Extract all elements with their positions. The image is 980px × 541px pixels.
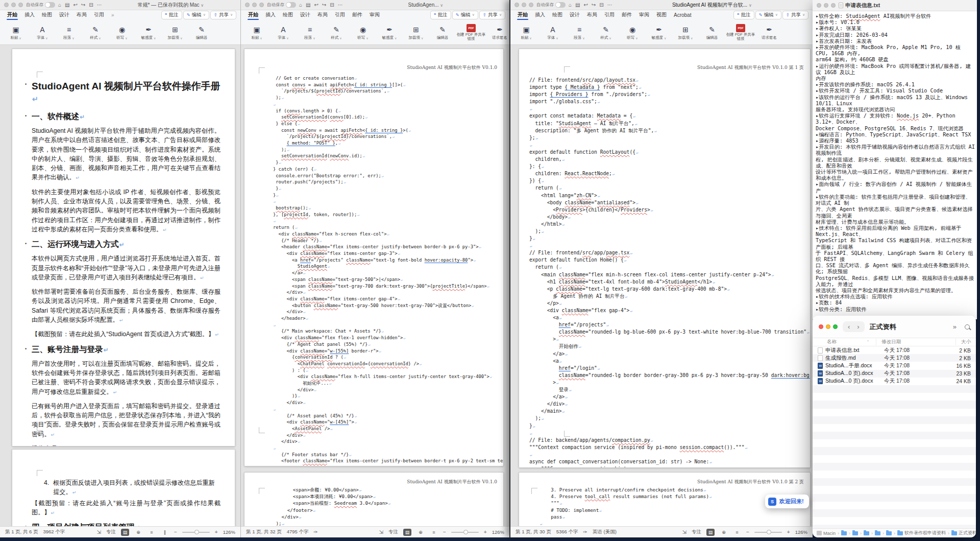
more-icon[interactable]: ⋯ bbox=[607, 2, 612, 8]
zoom-in-icon[interactable]: + bbox=[787, 529, 790, 535]
close-icon[interactable] bbox=[245, 3, 250, 7]
outline-view-button[interactable]: ≡ bbox=[148, 529, 156, 536]
undo-icon[interactable]: ↩ bbox=[584, 2, 588, 8]
tab-布局[interactable]: 布局 bbox=[74, 10, 90, 19]
zoom-icon[interactable] bbox=[18, 3, 23, 7]
more-icon[interactable]: ⋯ bbox=[338, 2, 343, 8]
zoom-icon[interactable] bbox=[831, 3, 836, 8]
print-icon[interactable]: ⊟ bbox=[89, 2, 93, 8]
sort-indicator-icon[interactable]: ˆ bbox=[867, 339, 869, 345]
quick-toolbar[interactable]: ⌂▤↩↪⊟⋯ bbox=[58, 2, 102, 8]
code-page-2[interactable]: StudioAgent AI 视频制片平台软件 V0.1.0 <span>余额:… bbox=[244, 473, 503, 526]
ribbon-group-样式[interactable]: ✎样式 ∨ bbox=[83, 20, 108, 44]
print-layout-view-button[interactable]: ▤ bbox=[121, 529, 129, 536]
column-date[interactable]: 修改日期 bbox=[876, 339, 901, 345]
document-canvas[interactable]: •StudioAgent AI 视频制片平台软件操作手册↵•一、软件概述↵Stu… bbox=[0, 45, 240, 526]
share-button[interactable]: ⇧共享 ∨ bbox=[479, 11, 505, 19]
tab-插入[interactable]: 插入 bbox=[532, 10, 548, 19]
zoom-icon[interactable] bbox=[259, 3, 264, 7]
path-item[interactable]: 软件著作权申请资料 bbox=[897, 530, 946, 536]
ribbon-group-创建 PDF 并共享链接[interactable]: PDF创建 PDF 并共享链接 bbox=[726, 20, 755, 44]
window-controls[interactable] bbox=[245, 3, 264, 7]
document-canvas[interactable]: StudioAgent AI 视频制片平台软件 V0.1.0 // Get or… bbox=[241, 45, 509, 526]
tab-设计[interactable]: 设计 bbox=[56, 10, 72, 19]
tabs-overflow-icon[interactable]: » bbox=[108, 11, 117, 19]
ribbon-group-敏感度[interactable]: ✒敏感度 ∨ bbox=[136, 20, 161, 44]
toggle-icon[interactable] bbox=[45, 2, 55, 8]
zoom-level[interactable]: 126% bbox=[795, 529, 807, 535]
window-controls[interactable] bbox=[4, 3, 23, 7]
minimize-icon[interactable] bbox=[11, 3, 16, 7]
path-bar[interactable]: Macin››››››软件著作权申请资料›正式资料 bbox=[813, 528, 976, 537]
ribbon-group-听写[interactable]: ◉听写 ∨ bbox=[109, 20, 135, 44]
edit-mode-button[interactable]: ✎编辑 ∨ bbox=[755, 11, 781, 19]
zoom-icon[interactable] bbox=[833, 324, 838, 329]
path-item[interactable]: Macin bbox=[817, 531, 836, 536]
ribbon-group-字体[interactable]: A字体 ∨ bbox=[30, 20, 55, 44]
redo-icon[interactable]: ↪ bbox=[81, 2, 85, 8]
comments-button[interactable]: ❝批注 bbox=[733, 11, 754, 19]
ribbon-group-字体[interactable]: A字体 ∨ bbox=[540, 20, 566, 44]
zoom-level[interactable]: 126% bbox=[492, 529, 504, 535]
more-icon[interactable]: ⋯ bbox=[97, 2, 102, 8]
minimize-icon[interactable] bbox=[522, 3, 526, 7]
close-icon[interactable] bbox=[4, 3, 9, 7]
tab-邮件[interactable]: 邮件 bbox=[349, 10, 365, 19]
zoom-out-icon[interactable]: − bbox=[174, 529, 177, 535]
window-controls[interactable] bbox=[817, 3, 836, 8]
focus-label[interactable]: 专注 bbox=[388, 529, 398, 535]
web-layout-view-button[interactable]: ⊕ bbox=[720, 529, 728, 536]
ribbon-group-敏感度[interactable]: ✒敏感度 ∨ bbox=[377, 20, 402, 44]
tab-设计[interactable]: 设计 bbox=[297, 10, 313, 19]
tab-开始[interactable]: 开始 bbox=[4, 10, 20, 19]
file-row[interactable]: 申请表信息.txt今天 17:082 KB bbox=[813, 346, 976, 354]
zoom-level[interactable]: 126% bbox=[223, 529, 235, 535]
ribbon-group-敏感度[interactable]: ✒敏感度 ∨ bbox=[646, 20, 672, 44]
draft-view-button[interactable]: ∥ bbox=[161, 529, 169, 536]
save-icon[interactable]: ▤ bbox=[575, 2, 580, 8]
quick-toolbar[interactable]: ⌂▤↩↪⊟⋯ bbox=[299, 2, 343, 8]
ribbon-group-粘贴[interactable]: ▣粘贴 ∨ bbox=[244, 20, 270, 44]
ribbon-group-段落[interactable]: ≡段落 ∨ bbox=[56, 20, 82, 44]
tab-审阅[interactable]: 审阅 bbox=[366, 10, 383, 19]
autosave-toggle[interactable]: 自动保存 bbox=[267, 2, 296, 8]
quick-toolbar[interactable]: ⌂▤↩↪⊟⋯ bbox=[569, 2, 612, 8]
path-item[interactable] bbox=[886, 531, 892, 535]
document-canvas[interactable]: StudioAgent AI 视频制片平台软件 V0.1.0 第 1 页 // … bbox=[510, 45, 813, 526]
redo-icon[interactable]: ↪ bbox=[592, 2, 596, 8]
edit-mode-button[interactable]: ✎编辑 ∨ bbox=[452, 11, 478, 19]
zoom-icon[interactable] bbox=[529, 3, 533, 7]
tab-引用[interactable]: 引用 bbox=[332, 10, 348, 19]
save-icon[interactable]: ▤ bbox=[306, 2, 310, 8]
tab-插入[interactable]: 插入 bbox=[21, 10, 38, 19]
ribbon-group-加载项[interactable]: ⊞加载项 ∨ bbox=[673, 20, 698, 44]
ribbon-group-粘贴[interactable]: ▣粘贴 ∨ bbox=[513, 20, 539, 44]
focus-icon[interactable]: ⇲ bbox=[97, 529, 101, 535]
print-icon[interactable]: ⊟ bbox=[599, 2, 603, 8]
path-item[interactable] bbox=[852, 531, 858, 535]
path-item[interactable]: 正式资料 bbox=[951, 530, 976, 536]
code-page-1[interactable]: StudioAgent AI 视频制片平台软件 V0.1.0 第 1 页 // … bbox=[519, 49, 810, 467]
undo-icon[interactable]: ↩ bbox=[314, 2, 318, 8]
zoom-out-icon[interactable]: − bbox=[746, 529, 749, 535]
file-row[interactable]: StudioA...手册.docx今天 17:0816 KB bbox=[813, 362, 976, 369]
tab-绘图[interactable]: 绘图 bbox=[39, 10, 55, 19]
column-size[interactable]: 大小 bbox=[955, 339, 971, 345]
zoom-slider[interactable] bbox=[754, 532, 782, 533]
tab-引用[interactable]: 引用 bbox=[601, 10, 618, 19]
print-icon[interactable]: ⊟ bbox=[330, 2, 334, 8]
outline-view-button[interactable]: ≡ bbox=[430, 529, 438, 536]
minimize-icon[interactable] bbox=[824, 3, 828, 8]
proofing-icon[interactable]: ✑ bbox=[583, 529, 587, 535]
ribbon-group-请求签名[interactable]: ✒请求签名 bbox=[487, 20, 509, 44]
column-name[interactable]: 名称 bbox=[827, 339, 837, 345]
nav-buttons[interactable]: ‹› bbox=[843, 321, 865, 332]
language-label[interactable]: 英语 (美国) bbox=[593, 529, 617, 535]
comments-button[interactable]: ❝批注 bbox=[430, 11, 451, 19]
zoom-in-icon[interactable]: + bbox=[484, 529, 487, 535]
file-row[interactable]: StudioA...0 页).docx今天 17:0823 KB bbox=[813, 370, 976, 378]
file-row[interactable]: 生成报告.md今天 17:082 KB bbox=[813, 354, 976, 362]
ribbon-group-段落[interactable]: ≡段落 ∨ bbox=[297, 20, 323, 44]
close-icon[interactable] bbox=[819, 324, 823, 329]
ribbon-group-请求签名[interactable]: ✒请求签名 bbox=[756, 20, 782, 44]
